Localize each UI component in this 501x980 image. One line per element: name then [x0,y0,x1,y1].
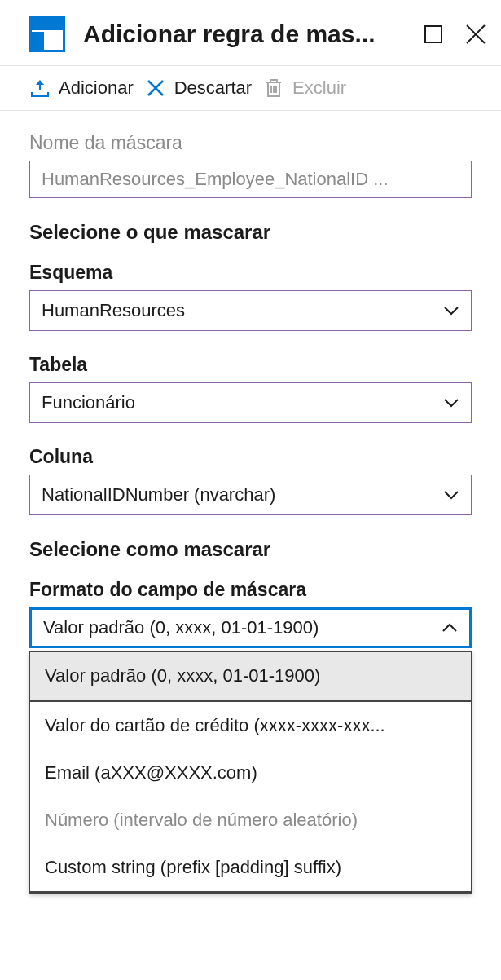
format-option: Número (intervalo de número aleatório) [30,797,471,844]
command-toolbar: Adicionar Descartar Excluir [0,66,501,111]
schema-field-group: Esquema HumanResources [29,262,472,331]
table-value: Funcionário [42,392,135,413]
app-icon [29,16,65,52]
chevron-down-icon [443,487,459,503]
schema-dropdown[interactable]: HumanResources [29,290,472,331]
format-dropdown-list: Valor padrão (0, xxxx, 01-01-1900) Valor… [29,651,472,894]
table-label: Tabela [29,354,472,376]
panel-title: Adicionar regra de mas... [83,20,415,48]
chevron-down-icon [443,302,459,319]
table-field-group: Tabela Funcionário [29,354,472,423]
schema-label: Esquema [29,262,472,284]
form-content: Nome da máscara HumanResources_Employee_… [0,111,501,938]
close-button[interactable] [465,24,486,45]
mask-name-field-group: Nome da máscara HumanResources_Employee_… [29,132,472,198]
delete-label: Excluir [292,77,346,99]
format-field-group: Formato do campo de máscara Valor padrão… [29,579,472,894]
upload-icon [29,77,51,99]
schema-value: HumanResources [42,300,185,321]
discard-button[interactable]: Descartar [145,77,252,99]
column-value: NationalIDNumber (nvarchar) [42,484,275,505]
maximize-icon [424,25,442,43]
format-option[interactable]: Custom string (prefix [padding] suffix) [30,844,471,891]
maximize-button[interactable] [423,24,444,45]
add-button[interactable]: Adicionar [29,77,134,99]
format-dropdown[interactable]: Valor padrão (0, xxxx, 01-01-1900) [29,607,472,648]
discard-label: Descartar [174,77,252,99]
svg-rect-0 [425,26,442,42]
column-dropdown[interactable]: NationalIDNumber (nvarchar) [29,475,472,515]
table-dropdown[interactable]: Funcionário [29,382,472,423]
close-icon [465,24,486,45]
chevron-down-icon [443,395,459,411]
format-value: Valor padrão (0, xxxx, 01-01-1900) [43,617,319,638]
window-controls [423,24,486,45]
mask-name-input[interactable]: HumanResources_Employee_NationalID ... [29,161,472,198]
column-field-group: Coluna NationalIDNumber (nvarchar) [29,446,472,515]
format-option[interactable]: Valor do cartão de crédito (xxxx-xxxx-xx… [30,702,471,749]
select-what-title: Selecione o que mascarar [29,221,472,244]
format-label: Formato do campo de máscara [29,579,472,601]
select-how-title: Selecione como mascarar [29,538,472,561]
format-option[interactable]: Email (aXXX@XXXX.com) [30,749,471,797]
trash-icon [263,77,284,99]
format-option[interactable]: Valor padrão (0, xxxx, 01-01-1900) [30,652,471,702]
delete-button: Excluir [263,77,346,99]
column-label: Coluna [29,446,472,468]
panel-header: Adicionar regra de mas... [0,0,501,66]
mask-name-label: Nome da máscara [29,132,472,154]
chevron-up-icon [442,620,458,636]
add-label: Adicionar [59,77,134,99]
x-icon [145,77,166,99]
